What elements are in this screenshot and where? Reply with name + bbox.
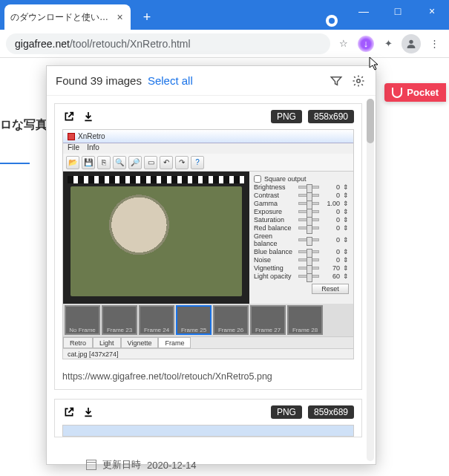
image-thumbnail[interactable]: [62, 425, 354, 437]
slider-stepper: ⇕: [343, 183, 349, 191]
xn-tab: Vignette: [121, 337, 159, 348]
zoom-in-icon: 🔍: [113, 156, 126, 169]
image-downloader-extension-icon[interactable]: ↓: [357, 35, 375, 53]
zoom-out-icon: 🔎: [128, 156, 142, 169]
address-field[interactable]: gigafree.net/tool/retouch/XnRetro.html: [6, 33, 330, 54]
slider-track: [298, 210, 319, 213]
xn-menu-info: Info: [87, 143, 99, 154]
slider-value: 0: [322, 208, 340, 215]
update-date: 更新日時 2020-12-14: [86, 458, 197, 472]
xn-main: Square output Brightness0⇕Contrast0⇕Gamm…: [63, 172, 353, 304]
slider-track: [298, 250, 319, 253]
browser-titlebar: のダウンロードと使い方 - k × + — □ ×: [0, 0, 449, 30]
xn-menu-file: File: [68, 143, 79, 154]
image-card[interactable]: PNG 858x690 XnRetro File Info 📂 💾: [54, 103, 362, 390]
popup-scroll-area[interactable]: PNG 858x690 XnRetro File Info 📂 💾: [47, 96, 376, 464]
card-toolbar: PNG 858x690: [55, 104, 361, 129]
xnretro-preview: XnRetro File Info 📂 💾 ⎘ 🔍 🔎 ▭ ↶: [63, 130, 353, 359]
xn-slider-row: Vignetting70⇕: [254, 264, 349, 272]
slider-label: Vignetting: [254, 264, 295, 272]
slider-label: Light opacity: [254, 273, 295, 280]
image-downloader-popup: Found 39 images Select all: [46, 65, 376, 465]
slider-track: [298, 258, 319, 261]
star-icon[interactable]: ☆: [335, 35, 353, 53]
xn-slider-row: Brightness0⇕: [254, 183, 349, 191]
gear-icon[interactable]: [350, 73, 367, 89]
slider-track: [298, 238, 319, 241]
filter-icon[interactable]: [328, 73, 344, 89]
rotate-right-icon: ↷: [175, 156, 189, 169]
slider-value: 0: [322, 216, 340, 224]
xn-titlebar: XnRetro: [63, 130, 353, 143]
update-indicator-icon[interactable]: [326, 15, 338, 27]
frame-thumb: Frame 26: [213, 305, 249, 335]
xn-canvas: [63, 172, 249, 304]
slider-label: Contrast: [254, 192, 295, 199]
xn-app-icon: [68, 133, 75, 140]
slider-stepper: ⇕: [343, 224, 349, 232]
maximize-button[interactable]: □: [381, 0, 415, 22]
help-icon: ?: [191, 156, 204, 169]
date-value: 2020-12-14: [147, 460, 197, 471]
slider-stepper: ⇕: [343, 273, 349, 280]
minimize-button[interactable]: —: [347, 0, 381, 22]
slider-track: [298, 186, 319, 189]
slider-label: Red balance: [254, 224, 295, 232]
dimensions-badge: 859x689: [308, 405, 354, 419]
slider-label: Blue balance: [254, 248, 295, 255]
kebab-menu-icon[interactable]: ⋮: [425, 35, 443, 53]
dimensions-badge: 858x690: [308, 110, 354, 123]
profile-avatar[interactable]: [402, 34, 421, 53]
slider-track: [298, 218, 319, 221]
tab-title: のダウンロードと使い方 - k: [10, 11, 111, 24]
url-bar: gigafree.net/tool/retouch/XnRetro.html ☆…: [0, 30, 449, 58]
slider-track: [298, 226, 319, 229]
frame-thumb: Frame 25: [176, 305, 212, 335]
frame-thumb: Frame 24: [139, 305, 174, 335]
select-all-link[interactable]: Select all: [148, 74, 193, 87]
window-controls: — □ ×: [347, 0, 449, 22]
slider-track: [298, 267, 319, 270]
square-output-checkbox: [254, 175, 261, 183]
xn-slider-row: Noise0⇕: [254, 256, 349, 264]
image-card[interactable]: PNG 859x689: [54, 399, 362, 437]
slider-track: [298, 275, 319, 278]
new-tab-button[interactable]: +: [137, 7, 157, 27]
slider-stepper: ⇕: [343, 236, 349, 244]
svg-point-0: [409, 39, 413, 43]
frame-thumb: Frame 23: [102, 305, 137, 335]
slider-value: 0: [322, 224, 340, 232]
slider-label: Saturation: [254, 216, 295, 224]
rotate-left-icon: ↶: [160, 156, 173, 169]
popup-body: PNG 858x690 XnRetro File Info 📂 💾: [47, 96, 376, 464]
filmstrip-icon: [68, 176, 245, 183]
pocket-icon: [392, 88, 402, 98]
slider-stepper: ⇕: [343, 256, 349, 264]
tab-close-icon[interactable]: ×: [115, 12, 125, 22]
slider-label: Green balance: [254, 232, 295, 247]
xn-slider-row: Green balance0⇕: [254, 232, 349, 247]
popup-header: Found 39 images Select all: [47, 66, 376, 96]
download-icon[interactable]: [82, 405, 95, 419]
open-external-icon[interactable]: [62, 110, 76, 123]
date-label: 更新日時: [102, 458, 141, 472]
cat-photo: [71, 186, 242, 296]
download-icon[interactable]: [82, 110, 95, 123]
xn-slider-row: Light opacity60⇕: [254, 273, 349, 280]
extensions-puzzle-icon[interactable]: ✦: [379, 35, 397, 53]
close-button[interactable]: ×: [415, 0, 449, 22]
browser-tab[interactable]: のダウンロードと使い方 - k ×: [4, 4, 131, 30]
slider-stepper: ⇕: [343, 192, 349, 199]
xn-tab: Frame: [158, 337, 191, 348]
xn-tabs: RetroLightVignetteFrame: [63, 336, 353, 348]
slider-track: [298, 194, 319, 197]
zoom-fit-icon: ▭: [144, 156, 157, 169]
slider-stepper: ⇕: [343, 208, 349, 215]
url-domain: gigafree.net: [15, 38, 70, 50]
xn-slider-row: Contrast0⇕: [254, 192, 349, 199]
image-thumbnail[interactable]: XnRetro File Info 📂 💾 ⎘ 🔍 🔎 ▭ ↶: [62, 129, 354, 359]
slider-label: Brightness: [254, 183, 295, 191]
pocket-button[interactable]: Pocket: [384, 83, 446, 102]
frame-thumb: Frame 28: [287, 305, 323, 335]
open-external-icon[interactable]: [62, 405, 76, 419]
